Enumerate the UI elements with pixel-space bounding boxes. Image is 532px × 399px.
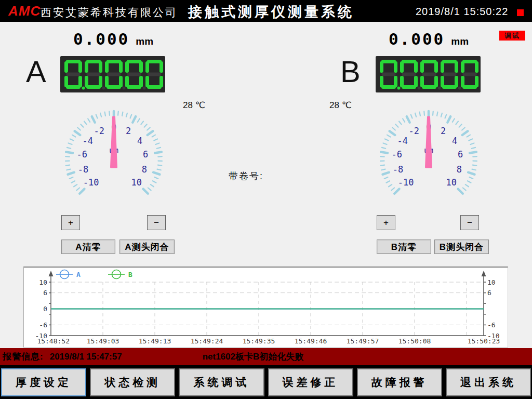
svg-text:10: 10 bbox=[446, 177, 457, 188]
svg-text:0: 0 bbox=[43, 305, 47, 313]
status-indicator-square bbox=[517, 9, 524, 16]
channel-a-seven-segment-display bbox=[60, 56, 165, 92]
channel-a-minus-button[interactable]: − bbox=[147, 215, 166, 230]
svg-text:B: B bbox=[128, 271, 132, 278]
svg-text:4: 4 bbox=[452, 136, 457, 146]
channel-a-dial-gauge: -10-8-6-4-20246810um bbox=[62, 108, 166, 211]
nav-button-3[interactable]: 系统调试 bbox=[179, 368, 264, 396]
alarm-timestamp: 2019/8/1 15:47:57 bbox=[50, 352, 122, 362]
svg-text:-6: -6 bbox=[77, 149, 87, 159]
svg-text:-2: -2 bbox=[409, 126, 419, 136]
svg-text:6: 6 bbox=[458, 149, 463, 159]
page-title: 接触式测厚仪测量系统 bbox=[188, 3, 354, 21]
channel-b-minus-button[interactable]: − bbox=[460, 215, 479, 230]
svg-text:15:49:03: 15:49:03 bbox=[87, 337, 119, 345]
channel-a-label: A bbox=[26, 54, 46, 90]
svg-text:15:49:35: 15:49:35 bbox=[243, 337, 275, 345]
svg-text:A: A bbox=[76, 271, 81, 278]
svg-text:15:49:24: 15:49:24 bbox=[191, 337, 223, 345]
svg-text:-4: -4 bbox=[397, 136, 408, 146]
svg-text:6: 6 bbox=[143, 149, 148, 159]
company-name: 西安艾蒙希科技有限公司 bbox=[41, 5, 178, 20]
channel-a-probe-close-button[interactable]: A测头闭合 bbox=[119, 240, 175, 254]
channel-b-zero-button[interactable]: B清零 bbox=[377, 240, 431, 254]
nav-button-5[interactable]: 故障报警 bbox=[357, 368, 442, 396]
svg-text:15:48:52: 15:48:52 bbox=[37, 337, 70, 345]
svg-text:-10: -10 bbox=[398, 177, 414, 188]
channel-a-reading-value: 0.000 bbox=[73, 30, 129, 48]
nav-button-4[interactable]: 误差修正 bbox=[268, 368, 353, 396]
svg-text:15:49:57: 15:49:57 bbox=[347, 337, 379, 345]
svg-text:6: 6 bbox=[487, 289, 491, 297]
debug-mode-badge: 调试 bbox=[499, 31, 525, 41]
channel-a-reading: 0.000 mm bbox=[61, 30, 165, 48]
datetime-display: 2019/8/1 15:50:22 bbox=[416, 6, 508, 18]
channel-a-reading-unit: mm bbox=[136, 36, 153, 47]
channel-b-probe-close-button[interactable]: B测头闭合 bbox=[434, 240, 489, 254]
svg-text:2: 2 bbox=[441, 126, 446, 136]
header-bar: AMC 西安艾蒙希科技有限公司 接触式测厚仪测量系统 2019/8/1 15:5… bbox=[0, 0, 532, 22]
svg-text:-8: -8 bbox=[393, 164, 403, 175]
svg-text:10: 10 bbox=[39, 278, 47, 286]
svg-text:8: 8 bbox=[142, 164, 147, 175]
svg-text:-6: -6 bbox=[39, 321, 47, 329]
channel-a-zero-button[interactable]: A清零 bbox=[61, 240, 115, 254]
svg-text:15:49:13: 15:49:13 bbox=[139, 337, 171, 345]
app-window: AMC 西安艾蒙希科技有限公司 接触式测厚仪测量系统 2019/8/1 15:5… bbox=[0, 0, 532, 399]
nav-button-1[interactable]: 厚度设定 bbox=[1, 368, 86, 396]
channel-b-temperature: 28 ℃ bbox=[329, 100, 352, 111]
coil-number-label: 带卷号: bbox=[229, 170, 263, 182]
channel-b-reading: 0.000 mm bbox=[377, 30, 481, 48]
channel-b-dial-gauge: -10-8-6-4-20246810um bbox=[377, 108, 481, 211]
svg-text:8: 8 bbox=[457, 164, 462, 175]
alarm-label: 报警信息: bbox=[3, 351, 44, 363]
svg-text:4: 4 bbox=[137, 136, 142, 146]
channel-b-seven-segment-display bbox=[376, 56, 481, 92]
channel-b-reading-unit: mm bbox=[451, 36, 469, 47]
svg-text:10: 10 bbox=[131, 177, 142, 188]
channel-b-plus-button[interactable]: + bbox=[377, 215, 395, 230]
bottom-nav-bar: 厚度设定状态检测系统调试误差修正故障报警退出系统 bbox=[0, 365, 532, 399]
alarm-message: net1602板卡B初始化失败 bbox=[203, 351, 304, 363]
svg-text:15:50:23: 15:50:23 bbox=[468, 337, 500, 345]
channel-a-temperature: 28 ℃ bbox=[183, 100, 205, 111]
svg-text:-2: -2 bbox=[94, 126, 104, 136]
svg-text:-6: -6 bbox=[392, 149, 402, 159]
svg-text:-6: -6 bbox=[487, 321, 496, 329]
svg-text:-10: -10 bbox=[83, 177, 99, 188]
company-logo: AMC bbox=[8, 3, 41, 19]
trend-chart-panel: 1060-6-10106-6-1015:48:5215:49:0315:49:1… bbox=[23, 267, 508, 348]
trend-chart: 1060-6-10106-6-1015:48:5215:49:0315:49:1… bbox=[24, 268, 508, 347]
channel-a-plus-button[interactable]: + bbox=[61, 215, 80, 230]
alarm-message-bar: 报警信息: 2019/8/1 15:47:57 net1602板卡B初始化失败 bbox=[0, 348, 532, 365]
svg-text:15:50:08: 15:50:08 bbox=[398, 337, 431, 345]
svg-text:-4: -4 bbox=[83, 136, 93, 146]
nav-button-6[interactable]: 退出系统 bbox=[446, 368, 531, 396]
svg-text:10: 10 bbox=[487, 278, 496, 286]
svg-text:2: 2 bbox=[126, 126, 131, 136]
svg-text:-8: -8 bbox=[78, 164, 88, 175]
nav-button-2[interactable]: 状态检测 bbox=[90, 368, 175, 396]
channel-b-reading-value: 0.000 bbox=[389, 30, 445, 48]
svg-text:15:49:46: 15:49:46 bbox=[295, 337, 327, 345]
channel-b-label: B bbox=[340, 54, 361, 90]
svg-text:6: 6 bbox=[43, 289, 47, 297]
